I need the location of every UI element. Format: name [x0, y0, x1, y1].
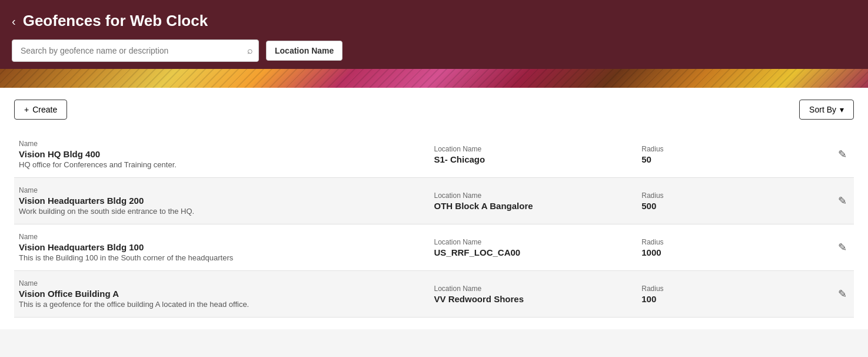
location-name-label: Location Name	[434, 285, 642, 293]
radius-col: Radius 1000	[641, 238, 791, 257]
name-label: Name	[19, 140, 434, 148]
decorative-banner	[0, 69, 868, 88]
geofence-name: Vision HQ Bldg 400	[19, 149, 434, 159]
action-col: ✎	[791, 239, 849, 256]
table-row: Name Vision Headquarters Bldg 100 This i…	[14, 224, 854, 271]
edit-icon: ✎	[838, 148, 847, 160]
radius-label: Radius	[641, 191, 791, 200]
search-input[interactable]	[12, 39, 259, 62]
radius-value: 50	[641, 154, 791, 164]
location-col: Location Name S1- Chicago	[434, 145, 642, 164]
radius-value: 100	[641, 294, 791, 304]
name-col: Name Vision HQ Bldg 400 HQ office for Co…	[19, 140, 434, 169]
location-name-button[interactable]: Location Name	[266, 41, 342, 61]
radius-value: 1000	[641, 247, 791, 257]
main-content: + Create Sort By ▾ Name Vision HQ Bldg 4…	[0, 88, 868, 329]
table-row: Name Vision HQ Bldg 400 HQ office for Co…	[14, 131, 854, 178]
edit-button[interactable]: ✎	[836, 192, 849, 210]
sort-label: Sort By	[809, 105, 836, 114]
location-col: Location Name VV Redwoord Shores	[434, 285, 642, 304]
location-col: Location Name OTH Block A Bangalore	[434, 191, 642, 211]
geofence-description: This is a geofence for the office buildi…	[19, 300, 434, 309]
radius-col: Radius 100	[641, 285, 791, 304]
name-label: Name	[19, 186, 434, 194]
name-col: Name Vision Headquarters Bldg 200 Work b…	[19, 186, 434, 216]
edit-icon: ✎	[838, 288, 847, 300]
location-name-label: Location Name	[434, 145, 642, 153]
radius-label: Radius	[641, 285, 791, 293]
location-name-value: US_RRF_LOC_CA00	[434, 247, 642, 257]
geofence-name: Vision Headquarters Bldg 100	[19, 242, 434, 252]
radius-col: Radius 50	[641, 145, 791, 164]
edit-button[interactable]: ✎	[836, 146, 849, 163]
search-icon: ⌕	[247, 45, 253, 55]
edit-icon: ✎	[838, 195, 847, 207]
page-header: ‹ Geofences for Web Clock ⌕ Location Nam…	[0, 0, 868, 69]
radius-value: 500	[641, 201, 791, 211]
geofence-description: Work building on the south side entrance…	[19, 207, 434, 216]
sort-by-button[interactable]: Sort By ▾	[799, 100, 854, 120]
name-col: Name Vision Office Building A This is a …	[19, 279, 434, 309]
create-button[interactable]: + Create	[14, 100, 67, 120]
geofence-name: Vision Office Building A	[19, 289, 434, 299]
toolbar: + Create Sort By ▾	[14, 100, 854, 120]
create-label: Create	[32, 105, 57, 114]
edit-button[interactable]: ✎	[836, 239, 849, 256]
action-col: ✎	[791, 192, 849, 210]
location-name-label: Location Name	[434, 191, 642, 200]
location-col: Location Name US_RRF_LOC_CA00	[434, 238, 642, 257]
radius-label: Radius	[641, 238, 791, 246]
location-name-label: Location Name	[434, 238, 642, 246]
page-title: Geofences for Web Clock	[23, 12, 208, 30]
location-name-value: S1- Chicago	[434, 154, 642, 164]
location-name-value: VV Redwoord Shores	[434, 294, 642, 304]
geofence-description: This is the Building 100 in the South co…	[19, 253, 434, 262]
radius-col: Radius 500	[641, 191, 791, 211]
action-col: ✎	[791, 146, 849, 163]
search-icon-button[interactable]: ⌕	[247, 45, 253, 56]
name-label: Name	[19, 279, 434, 287]
radius-label: Radius	[641, 145, 791, 153]
back-button[interactable]: ‹	[12, 15, 16, 27]
geofence-list: Name Vision HQ Bldg 400 HQ office for Co…	[14, 131, 854, 318]
geofence-name: Vision Headquarters Bldg 200	[19, 196, 434, 206]
name-label: Name	[19, 233, 434, 241]
edit-button[interactable]: ✎	[836, 285, 849, 303]
action-col: ✎	[791, 285, 849, 303]
name-col: Name Vision Headquarters Bldg 100 This i…	[19, 233, 434, 262]
location-name-value: OTH Block A Bangalore	[434, 201, 642, 211]
chevron-down-icon: ▾	[840, 105, 844, 114]
geofence-description: HQ office for Conferences and Training c…	[19, 160, 434, 169]
search-wrap: ⌕	[12, 39, 259, 62]
edit-icon: ✎	[838, 242, 847, 253]
table-row: Name Vision Office Building A This is a …	[14, 271, 854, 318]
plus-icon: +	[24, 105, 29, 114]
table-row: Name Vision Headquarters Bldg 200 Work b…	[14, 178, 854, 224]
